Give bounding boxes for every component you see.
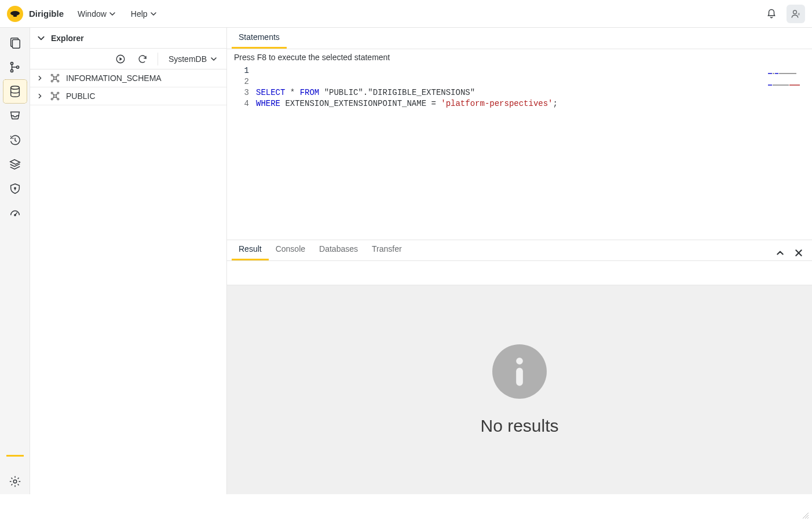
- main: Statements Press F8 to execute the selec…: [227, 28, 812, 494]
- user-icon: [791, 9, 801, 19]
- svg-rect-24: [516, 367, 523, 385]
- activity-workbench[interactable]: [3, 31, 27, 54]
- no-results-label: No results: [480, 416, 558, 436]
- chevron-right-icon: [37, 93, 43, 99]
- workbench-icon: [9, 36, 21, 49]
- panel-close-button[interactable]: [791, 245, 806, 260]
- activity-settings[interactable]: [3, 470, 27, 493]
- svg-point-6: [10, 69, 13, 72]
- panel-toolbar: [227, 261, 812, 285]
- chevron-up-icon: [776, 249, 784, 257]
- sidebar-title: Explorer: [51, 34, 84, 43]
- tab-label: Result: [239, 244, 262, 253]
- refresh-icon: [137, 54, 148, 64]
- panel-tab-databases[interactable]: Databases: [312, 239, 365, 260]
- logo-icon: [7, 6, 23, 22]
- refresh-button[interactable]: [136, 52, 149, 66]
- bottom-panel: Result Console Databases Transfer: [227, 240, 812, 494]
- svg-point-20: [57, 92, 59, 94]
- tab-statements[interactable]: Statements: [232, 27, 287, 49]
- user-button[interactable]: [787, 5, 805, 23]
- info-icon: [492, 344, 547, 399]
- svg-point-21: [51, 98, 53, 100]
- menu-help[interactable]: Help: [126, 6, 162, 22]
- chevron-down-icon: [109, 10, 116, 17]
- activitybar: [0, 28, 30, 494]
- activity-database[interactable]: [3, 80, 27, 103]
- svg-rect-1: [13, 15, 17, 17]
- editor-tabs: Statements: [227, 28, 812, 49]
- panel-tab-console[interactable]: Console: [269, 239, 312, 260]
- database-selector[interactable]: SystemDB: [166, 53, 220, 65]
- panel-tab-transfer[interactable]: Transfer: [365, 239, 409, 260]
- editor-hint: Press F8 to execute the selected stateme…: [227, 49, 812, 64]
- tree-item-information-schema[interactable]: INFORMATION_SCHEMA: [30, 69, 226, 87]
- svg-point-8: [10, 86, 19, 90]
- svg-point-15: [57, 74, 59, 76]
- svg-point-0: [10, 11, 20, 16]
- notifications-button[interactable]: [762, 5, 781, 23]
- menu-help-label: Help: [131, 9, 148, 19]
- database-icon: [9, 85, 21, 98]
- svg-point-11: [13, 480, 17, 483]
- gear-icon: [9, 475, 21, 488]
- svg-point-16: [51, 80, 53, 82]
- activity-tags[interactable]: [3, 153, 27, 176]
- tab-label: Databases: [319, 244, 358, 253]
- tab-label: Transfer: [372, 244, 402, 253]
- panel-tab-result[interactable]: Result: [232, 239, 269, 260]
- svg-rect-4: [12, 40, 20, 49]
- schema-tree: INFORMATION_SCHEMA PUBLIC: [30, 69, 226, 494]
- schema-icon: [50, 73, 60, 83]
- editor-code[interactable]: SELECT * FROM "PUBLIC"."DIRIGIBLE_EXTENS…: [256, 64, 812, 240]
- run-button[interactable]: [114, 52, 127, 66]
- svg-point-22: [57, 98, 59, 100]
- activity-inbox[interactable]: [3, 104, 27, 127]
- bell-icon: [766, 9, 777, 19]
- statusbar: [0, 494, 812, 522]
- tab-label: Console: [276, 244, 305, 253]
- shield-icon: [9, 182, 21, 195]
- editor-minimap[interactable]: [768, 67, 809, 77]
- activity-history[interactable]: [3, 128, 27, 152]
- chevron-down-icon: [210, 56, 217, 63]
- sidebar-tools: SystemDB: [30, 49, 226, 69]
- tags-icon: [9, 158, 21, 171]
- schema-icon: [50, 91, 60, 101]
- menu-window[interactable]: Window: [73, 6, 120, 22]
- panel-tabs: Result Console Databases Transfer: [227, 240, 812, 261]
- gauge-icon: [9, 207, 21, 219]
- activity-security[interactable]: [3, 177, 27, 200]
- inbox-icon: [9, 109, 21, 122]
- history-icon: [9, 134, 21, 146]
- activity-git[interactable]: [3, 56, 27, 79]
- svg-point-23: [516, 357, 523, 364]
- svg-point-9: [14, 188, 15, 189]
- chevron-down-icon[interactable]: [37, 34, 45, 42]
- svg-point-19: [51, 92, 53, 94]
- tree-item-label: PUBLIC: [66, 91, 96, 101]
- separator: [158, 53, 158, 65]
- menu-window-label: Window: [78, 9, 107, 19]
- chevron-right-icon: [37, 75, 43, 81]
- sidebar: Explorer SystemDB INFORMATION_SCHEMA: [30, 28, 227, 494]
- close-icon: [795, 249, 803, 257]
- svg-point-10: [14, 215, 15, 216]
- tree-item-public[interactable]: PUBLIC: [30, 87, 226, 105]
- tab-label: Statements: [239, 32, 280, 42]
- activity-performance[interactable]: [3, 201, 27, 225]
- shell: Explorer SystemDB INFORMATION_SCHEMA: [0, 28, 812, 494]
- resize-grip-icon[interactable]: [802, 512, 810, 520]
- svg-point-7: [16, 66, 19, 68]
- topbar: Dirigible Window Help: [0, 0, 812, 28]
- chevron-down-icon: [150, 10, 157, 17]
- svg-point-17: [57, 80, 59, 82]
- brand: Dirigible: [29, 9, 64, 19]
- panel-body: No results: [227, 285, 812, 494]
- svg-point-5: [10, 63, 13, 65]
- svg-point-2: [793, 10, 797, 14]
- editor-gutter: 1 2 3 4: [227, 64, 256, 240]
- tree-item-label: INFORMATION_SCHEMA: [66, 73, 162, 83]
- sql-editor[interactable]: 1 2 3 4 SELECT * FROM "PUBLIC"."DIRIGIBL…: [227, 64, 812, 240]
- panel-maximize-button[interactable]: [773, 245, 788, 260]
